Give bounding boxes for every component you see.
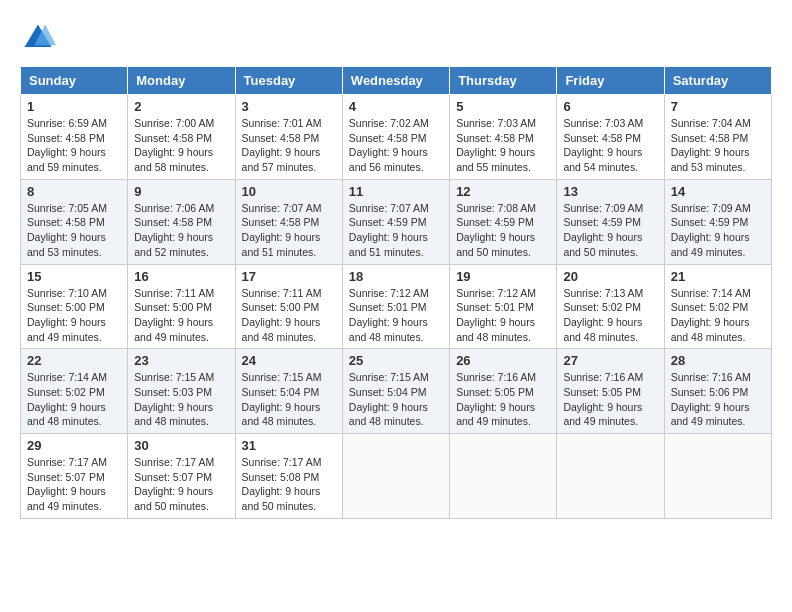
calendar-cell: 28 Sunrise: 7:16 AM Sunset: 5:06 PM Dayl… (664, 349, 771, 434)
day-number: 5 (456, 99, 550, 114)
day-number: 6 (563, 99, 657, 114)
calendar-header: SundayMondayTuesdayWednesdayThursdayFrid… (21, 67, 772, 95)
day-number: 24 (242, 353, 336, 368)
calendar-cell: 3 Sunrise: 7:01 AM Sunset: 4:58 PM Dayli… (235, 95, 342, 180)
calendar-week: 22 Sunrise: 7:14 AM Sunset: 5:02 PM Dayl… (21, 349, 772, 434)
day-number: 28 (671, 353, 765, 368)
day-info: Sunrise: 7:07 AM Sunset: 4:58 PM Dayligh… (242, 201, 336, 260)
calendar-cell: 26 Sunrise: 7:16 AM Sunset: 5:05 PM Dayl… (450, 349, 557, 434)
calendar-cell (450, 434, 557, 519)
day-info: Sunrise: 7:00 AM Sunset: 4:58 PM Dayligh… (134, 116, 228, 175)
calendar-cell: 24 Sunrise: 7:15 AM Sunset: 5:04 PM Dayl… (235, 349, 342, 434)
day-number: 14 (671, 184, 765, 199)
page-header (20, 20, 772, 56)
day-info: Sunrise: 7:04 AM Sunset: 4:58 PM Dayligh… (671, 116, 765, 175)
calendar-cell: 11 Sunrise: 7:07 AM Sunset: 4:59 PM Dayl… (342, 179, 449, 264)
day-number: 11 (349, 184, 443, 199)
day-number: 7 (671, 99, 765, 114)
calendar-cell: 31 Sunrise: 7:17 AM Sunset: 5:08 PM Dayl… (235, 434, 342, 519)
day-info: Sunrise: 7:03 AM Sunset: 4:58 PM Dayligh… (456, 116, 550, 175)
calendar-cell: 20 Sunrise: 7:13 AM Sunset: 5:02 PM Dayl… (557, 264, 664, 349)
header-day: Tuesday (235, 67, 342, 95)
day-number: 12 (456, 184, 550, 199)
day-info: Sunrise: 7:14 AM Sunset: 5:02 PM Dayligh… (671, 286, 765, 345)
day-number: 8 (27, 184, 121, 199)
header-day: Saturday (664, 67, 771, 95)
day-number: 15 (27, 269, 121, 284)
calendar-cell: 7 Sunrise: 7:04 AM Sunset: 4:58 PM Dayli… (664, 95, 771, 180)
calendar-cell: 8 Sunrise: 7:05 AM Sunset: 4:58 PM Dayli… (21, 179, 128, 264)
calendar-cell: 22 Sunrise: 7:14 AM Sunset: 5:02 PM Dayl… (21, 349, 128, 434)
header-day: Thursday (450, 67, 557, 95)
day-info: Sunrise: 7:09 AM Sunset: 4:59 PM Dayligh… (563, 201, 657, 260)
day-info: Sunrise: 7:16 AM Sunset: 5:06 PM Dayligh… (671, 370, 765, 429)
day-number: 23 (134, 353, 228, 368)
day-info: Sunrise: 7:01 AM Sunset: 4:58 PM Dayligh… (242, 116, 336, 175)
header-row: SundayMondayTuesdayWednesdayThursdayFrid… (21, 67, 772, 95)
day-info: Sunrise: 7:12 AM Sunset: 5:01 PM Dayligh… (456, 286, 550, 345)
calendar-cell: 18 Sunrise: 7:12 AM Sunset: 5:01 PM Dayl… (342, 264, 449, 349)
day-info: Sunrise: 7:16 AM Sunset: 5:05 PM Dayligh… (563, 370, 657, 429)
calendar-cell (557, 434, 664, 519)
calendar-week: 29 Sunrise: 7:17 AM Sunset: 5:07 PM Dayl… (21, 434, 772, 519)
logo (20, 20, 60, 56)
day-info: Sunrise: 7:05 AM Sunset: 4:58 PM Dayligh… (27, 201, 121, 260)
day-number: 30 (134, 438, 228, 453)
day-number: 17 (242, 269, 336, 284)
calendar-cell: 16 Sunrise: 7:11 AM Sunset: 5:00 PM Dayl… (128, 264, 235, 349)
header-day: Friday (557, 67, 664, 95)
calendar-cell: 21 Sunrise: 7:14 AM Sunset: 5:02 PM Dayl… (664, 264, 771, 349)
calendar-cell: 4 Sunrise: 7:02 AM Sunset: 4:58 PM Dayli… (342, 95, 449, 180)
calendar-cell: 23 Sunrise: 7:15 AM Sunset: 5:03 PM Dayl… (128, 349, 235, 434)
day-number: 19 (456, 269, 550, 284)
calendar-cell (664, 434, 771, 519)
day-number: 31 (242, 438, 336, 453)
day-number: 13 (563, 184, 657, 199)
calendar-cell: 29 Sunrise: 7:17 AM Sunset: 5:07 PM Dayl… (21, 434, 128, 519)
calendar-cell: 17 Sunrise: 7:11 AM Sunset: 5:00 PM Dayl… (235, 264, 342, 349)
calendar-cell: 6 Sunrise: 7:03 AM Sunset: 4:58 PM Dayli… (557, 95, 664, 180)
day-number: 25 (349, 353, 443, 368)
day-info: Sunrise: 7:02 AM Sunset: 4:58 PM Dayligh… (349, 116, 443, 175)
day-number: 16 (134, 269, 228, 284)
day-number: 20 (563, 269, 657, 284)
calendar-table: SundayMondayTuesdayWednesdayThursdayFrid… (20, 66, 772, 519)
day-info: Sunrise: 7:13 AM Sunset: 5:02 PM Dayligh… (563, 286, 657, 345)
header-day: Monday (128, 67, 235, 95)
calendar-cell: 25 Sunrise: 7:15 AM Sunset: 5:04 PM Dayl… (342, 349, 449, 434)
calendar-cell: 10 Sunrise: 7:07 AM Sunset: 4:58 PM Dayl… (235, 179, 342, 264)
day-info: Sunrise: 7:17 AM Sunset: 5:07 PM Dayligh… (27, 455, 121, 514)
calendar-cell: 9 Sunrise: 7:06 AM Sunset: 4:58 PM Dayli… (128, 179, 235, 264)
header-day: Wednesday (342, 67, 449, 95)
day-info: Sunrise: 7:15 AM Sunset: 5:04 PM Dayligh… (349, 370, 443, 429)
calendar-cell: 30 Sunrise: 7:17 AM Sunset: 5:07 PM Dayl… (128, 434, 235, 519)
calendar-cell: 5 Sunrise: 7:03 AM Sunset: 4:58 PM Dayli… (450, 95, 557, 180)
calendar-cell: 1 Sunrise: 6:59 AM Sunset: 4:58 PM Dayli… (21, 95, 128, 180)
day-info: Sunrise: 7:03 AM Sunset: 4:58 PM Dayligh… (563, 116, 657, 175)
day-info: Sunrise: 7:06 AM Sunset: 4:58 PM Dayligh… (134, 201, 228, 260)
day-info: Sunrise: 7:12 AM Sunset: 5:01 PM Dayligh… (349, 286, 443, 345)
day-info: Sunrise: 7:17 AM Sunset: 5:07 PM Dayligh… (134, 455, 228, 514)
day-info: Sunrise: 7:14 AM Sunset: 5:02 PM Dayligh… (27, 370, 121, 429)
calendar-week: 8 Sunrise: 7:05 AM Sunset: 4:58 PM Dayli… (21, 179, 772, 264)
day-number: 29 (27, 438, 121, 453)
calendar-cell (342, 434, 449, 519)
calendar-cell: 14 Sunrise: 7:09 AM Sunset: 4:59 PM Dayl… (664, 179, 771, 264)
calendar-week: 1 Sunrise: 6:59 AM Sunset: 4:58 PM Dayli… (21, 95, 772, 180)
day-info: Sunrise: 7:16 AM Sunset: 5:05 PM Dayligh… (456, 370, 550, 429)
day-info: Sunrise: 7:11 AM Sunset: 5:00 PM Dayligh… (134, 286, 228, 345)
day-info: Sunrise: 7:09 AM Sunset: 4:59 PM Dayligh… (671, 201, 765, 260)
day-number: 1 (27, 99, 121, 114)
day-number: 4 (349, 99, 443, 114)
day-number: 9 (134, 184, 228, 199)
day-info: Sunrise: 7:11 AM Sunset: 5:00 PM Dayligh… (242, 286, 336, 345)
day-number: 2 (134, 99, 228, 114)
day-info: Sunrise: 7:08 AM Sunset: 4:59 PM Dayligh… (456, 201, 550, 260)
calendar-cell: 13 Sunrise: 7:09 AM Sunset: 4:59 PM Dayl… (557, 179, 664, 264)
calendar-cell: 15 Sunrise: 7:10 AM Sunset: 5:00 PM Dayl… (21, 264, 128, 349)
day-info: Sunrise: 7:10 AM Sunset: 5:00 PM Dayligh… (27, 286, 121, 345)
calendar-week: 15 Sunrise: 7:10 AM Sunset: 5:00 PM Dayl… (21, 264, 772, 349)
day-number: 3 (242, 99, 336, 114)
day-info: Sunrise: 7:15 AM Sunset: 5:04 PM Dayligh… (242, 370, 336, 429)
day-info: Sunrise: 7:07 AM Sunset: 4:59 PM Dayligh… (349, 201, 443, 260)
